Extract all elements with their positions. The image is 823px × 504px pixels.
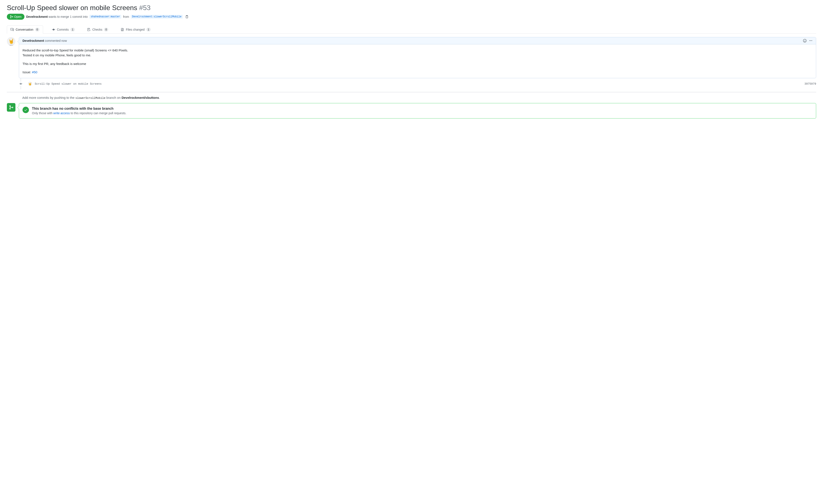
kebab-icon — [809, 39, 813, 42]
tab-checks[interactable]: Checks 0 — [84, 25, 112, 34]
comment-issue-prefix: Issue: — [22, 70, 32, 74]
merge-status-box: This branch has no conflicts with the ba… — [19, 103, 816, 119]
checklist-icon — [87, 28, 91, 31]
comment-body-line3: This is my first PR, any feedback is wel… — [22, 61, 813, 66]
head-branch-pill[interactable]: Develrockment:slowerScrollMobile — [131, 15, 183, 19]
pr-description-comment: Develrockment commented now Reduced the … — [19, 37, 816, 78]
push-hint-repo: Develrockment/sbuttons — [122, 96, 159, 100]
avatar-caption: DEVELROCKMENT — [7, 45, 15, 46]
merge-status-title: This branch has no conflicts with the ba… — [32, 107, 126, 111]
comment-discussion-icon — [10, 28, 14, 31]
file-diff-icon — [121, 28, 124, 31]
git-merge-icon — [9, 105, 13, 110]
git-commit-icon — [52, 28, 55, 31]
copy-branch-button[interactable] — [184, 14, 189, 19]
tab-files-label: Files changed — [126, 28, 144, 31]
tab-files-count: 1 — [146, 28, 151, 31]
pr-meta-row: Open Develrockment wants to merge 1 comm… — [7, 14, 816, 21]
commit-message[interactable]: Scroll-Up Speed slower on mobile Screens — [35, 82, 802, 86]
merge-status-badge — [7, 103, 15, 112]
commit-author-avatar[interactable]: 🤘 — [28, 81, 32, 86]
state-badge-open: Open — [7, 14, 24, 20]
base-branch-pill[interactable]: shahednasser:master — [90, 15, 121, 19]
state-badge-label: Open — [14, 15, 21, 18]
git-commit-icon — [19, 82, 22, 86]
avatar-emoji: 🤘 — [8, 38, 14, 44]
comment-actions-menu[interactable] — [809, 39, 813, 42]
from-text: from — [123, 15, 129, 18]
tab-conversation-count: 0 — [35, 28, 39, 31]
git-pull-request-icon — [10, 15, 13, 18]
comment-body-line2: Tested it on my mobile Phone, feels good… — [22, 53, 91, 57]
merge-check-circle — [22, 107, 29, 113]
pr-title-text: Scroll-Up Speed slower on mobile Screens — [7, 4, 137, 12]
tab-checks-label: Checks — [93, 28, 103, 31]
tab-commits-count: 1 — [70, 28, 75, 31]
comment-commented-text: commented — [45, 39, 60, 42]
tab-conversation-label: Conversation — [16, 28, 33, 31]
comment-issue-link[interactable]: #50 — [32, 70, 37, 74]
pr-number: #53 — [139, 4, 150, 12]
check-icon — [24, 108, 27, 112]
comment-author[interactable]: Develrockment — [22, 39, 44, 42]
pr-tabnav: Conversation 0 Commits 1 Checks 0 Files … — [7, 25, 816, 34]
comment-header: Develrockment commented now — [19, 37, 816, 44]
comment-body-line1: Reduced the scroll-to-top Speed for mobi… — [22, 48, 128, 52]
tab-commits[interactable]: Commits 1 — [48, 25, 78, 34]
tab-checks-count: 0 — [104, 28, 108, 31]
commit-sha[interactable]: 3975979 — [804, 82, 816, 86]
add-reaction-button[interactable] — [803, 39, 807, 42]
tab-files[interactable]: Files changed 1 — [117, 25, 154, 34]
push-hint: Add more commits by pushing to the slowe… — [22, 96, 816, 100]
pr-meta-text: Develrockment wants to merge 1 commit in… — [26, 15, 88, 18]
author-avatar[interactable]: 🤘 DEVELROCKMENT — [7, 37, 15, 46]
tab-commits-label: Commits — [57, 28, 69, 31]
clipboard-icon — [185, 15, 189, 18]
pr-title: Scroll-Up Speed slower on mobile Screens… — [7, 3, 816, 12]
commit-timeline-item: 🤘 Scroll-Up Speed slower on mobile Scree… — [22, 78, 816, 90]
comment-time[interactable]: now — [61, 39, 67, 42]
merge-status-subtitle: Only those with write access to this rep… — [32, 112, 126, 115]
tab-conversation[interactable]: Conversation 0 — [7, 25, 43, 34]
smiley-icon — [803, 39, 807, 42]
push-hint-branch: slowerScrollMobile — [75, 97, 106, 100]
pr-author[interactable]: Develrockment — [26, 15, 47, 18]
comment-body: Reduced the scroll-to-top Speed for mobi… — [19, 44, 816, 78]
timeline-divider — [7, 92, 816, 93]
timeline-commit-badge — [19, 81, 23, 86]
write-access-link[interactable]: write access — [53, 112, 70, 115]
